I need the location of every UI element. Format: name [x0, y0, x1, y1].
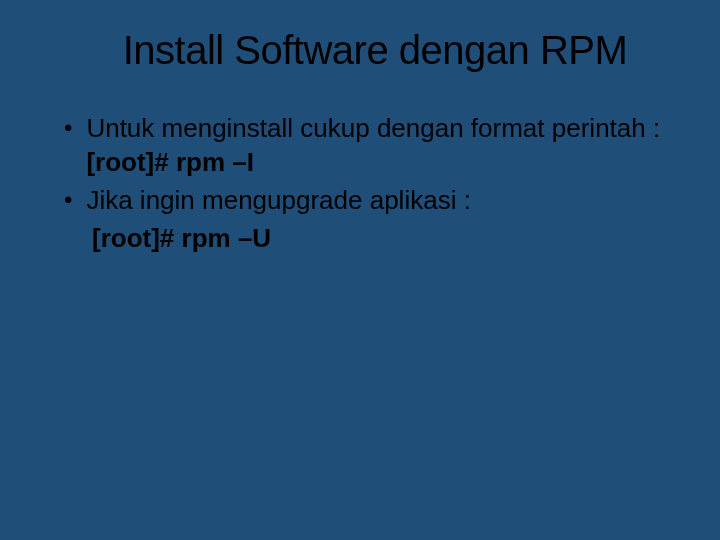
- bullet-marker-icon: •: [64, 111, 72, 145]
- bullet-item: • Jika ingin mengupgrade aplikasi :: [64, 183, 670, 217]
- bullet-text: Untuk menginstall cukup dengan format pe…: [86, 111, 670, 179]
- bullet-text: Jika ingin mengupgrade aplikasi :: [86, 183, 470, 217]
- bullet-text-before: Untuk menginstall cukup dengan format pe…: [86, 113, 660, 143]
- bullet-item: • Untuk menginstall cukup dengan format …: [64, 111, 670, 179]
- slide: Install Software dengan RPM • Untuk meng…: [0, 0, 720, 540]
- slide-title: Install Software dengan RPM: [90, 28, 660, 73]
- command-line: [root]# rpm –U: [92, 221, 670, 255]
- slide-content: • Untuk menginstall cukup dengan format …: [50, 111, 670, 255]
- command-inline: [root]# rpm –I: [86, 147, 254, 177]
- bullet-marker-icon: •: [64, 183, 72, 217]
